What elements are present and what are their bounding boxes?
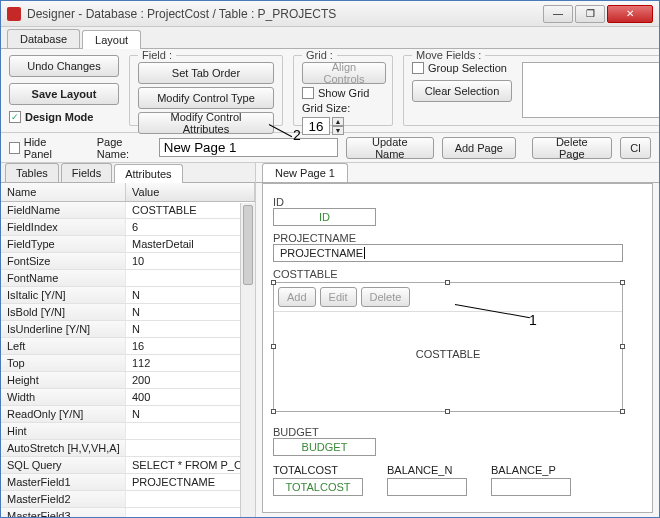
undo-changes-button[interactable]: Undo Changes	[9, 55, 119, 77]
balance-p-field[interactable]	[491, 478, 571, 496]
table-row[interactable]: FieldNameCOSTTABLE	[1, 202, 255, 219]
hide-panel-checkbox[interactable]: Hide Panel	[9, 136, 71, 160]
attr-value[interactable]: 200	[126, 372, 255, 388]
resize-handle[interactable]	[271, 409, 276, 414]
spin-down-icon[interactable]: ▼	[332, 126, 344, 135]
delete-page-button[interactable]: Delete Page	[532, 137, 612, 159]
table-row[interactable]: MasterField2	[1, 491, 255, 508]
costtable-edit-button[interactable]: Edit	[320, 287, 357, 307]
attr-name: MasterField1	[1, 474, 126, 490]
attr-value[interactable]: 400	[126, 389, 255, 405]
attr-value[interactable]: 16	[126, 338, 255, 354]
table-row[interactable]: IsUnderline [Y/N]N	[1, 321, 255, 338]
table-row[interactable]: SQL QuerySELECT * FROM P_CO	[1, 457, 255, 474]
tab-layout[interactable]: Layout	[82, 30, 141, 49]
grid-size-spinner[interactable]: ▲▼	[302, 117, 384, 135]
close-button[interactable]: ✕	[607, 5, 653, 23]
table-row[interactable]: Top112	[1, 355, 255, 372]
canvas-tab[interactable]: New Page 1	[262, 163, 348, 182]
attr-value[interactable]	[126, 508, 255, 518]
table-row[interactable]: AutoStretch [H,V,VH,A]	[1, 440, 255, 457]
attr-value[interactable]	[126, 270, 255, 286]
page-name-input[interactable]	[159, 138, 338, 157]
design-mode-checkbox[interactable]: ✓ Design Mode	[9, 111, 119, 123]
resize-handle[interactable]	[271, 344, 276, 349]
attr-value[interactable]: MasterDetail	[126, 236, 255, 252]
group-selection-checkbox[interactable]: Group Selection	[412, 62, 512, 74]
table-row[interactable]: FieldTypeMasterDetail	[1, 236, 255, 253]
attr-value[interactable]	[126, 491, 255, 507]
table-row[interactable]: Height200	[1, 372, 255, 389]
modify-control-attributes-button[interactable]: Modify Control Attributes	[138, 112, 274, 134]
tab-database[interactable]: Database	[7, 29, 80, 48]
attr-value[interactable]: SELECT * FROM P_CO	[126, 457, 255, 473]
table-row[interactable]: FontName	[1, 270, 255, 287]
attr-value[interactable]: COSTTABLE	[126, 202, 255, 218]
attr-value[interactable]: N	[126, 287, 255, 303]
cl-button[interactable]: Cl	[620, 137, 651, 159]
table-row[interactable]: FieldIndex6	[1, 219, 255, 236]
left-tabs: Tables Fields Attributes	[1, 163, 255, 183]
tab-tables[interactable]: Tables	[5, 163, 59, 182]
main-split: Tables Fields Attributes Name Value Fiel…	[1, 163, 659, 518]
costtable-control[interactable]: Add Edit Delete COSTTABLE	[273, 282, 623, 412]
design-canvas[interactable]: ID ID PROJECTNAME PROJECTNAME COSTTABLE …	[262, 183, 653, 513]
resize-handle[interactable]	[620, 280, 625, 285]
table-row[interactable]: Hint	[1, 423, 255, 440]
save-layout-button[interactable]: Save Layout	[9, 83, 119, 105]
canvas-tabs: New Page 1	[256, 163, 659, 183]
grid-size-input[interactable]	[302, 117, 330, 135]
clear-selection-button[interactable]: Clear Selection	[412, 80, 512, 102]
projectname-field[interactable]: PROJECTNAME	[273, 244, 623, 262]
scrollbar[interactable]	[240, 203, 255, 518]
window-buttons: — ❐ ✕	[543, 5, 653, 23]
resize-handle[interactable]	[445, 280, 450, 285]
attr-value[interactable]: 6	[126, 219, 255, 235]
table-row[interactable]: FontSize10	[1, 253, 255, 270]
balance-n-field[interactable]	[387, 478, 467, 496]
col-value[interactable]: Value	[126, 183, 255, 201]
id-field[interactable]: ID	[273, 208, 376, 226]
show-grid-checkbox[interactable]: Show Grid	[302, 87, 384, 99]
attr-name: Height	[1, 372, 126, 388]
attr-value[interactable]	[126, 423, 255, 439]
attr-value[interactable]: 10	[126, 253, 255, 269]
maximize-button[interactable]: ❐	[575, 5, 605, 23]
attr-value[interactable]: N	[126, 304, 255, 320]
table-row[interactable]: Width400	[1, 389, 255, 406]
grid-group: Grid : Align Controls Show Grid Grid Siz…	[293, 55, 393, 126]
minimize-button[interactable]: —	[543, 5, 573, 23]
attr-value[interactable]: PROJECTNAME	[126, 474, 255, 490]
attr-name: MasterField2	[1, 491, 126, 507]
col-name[interactable]: Name	[1, 183, 126, 201]
budget-field[interactable]: BUDGET	[273, 438, 376, 456]
costtable-add-button[interactable]: Add	[278, 287, 316, 307]
set-tab-order-button[interactable]: Set Tab Order	[138, 62, 274, 84]
attr-value[interactable]: 112	[126, 355, 255, 371]
tab-fields[interactable]: Fields	[61, 163, 112, 182]
tab-attributes[interactable]: Attributes	[114, 164, 182, 183]
table-row[interactable]: MasterField1PROJECTNAME	[1, 474, 255, 491]
page-name-label: Page Name:	[97, 136, 151, 160]
table-row[interactable]: MasterField3	[1, 508, 255, 518]
scroll-thumb[interactable]	[243, 205, 253, 285]
attr-value[interactable]: N	[126, 406, 255, 422]
spin-up-icon[interactable]: ▲	[332, 117, 344, 126]
update-name-button[interactable]: Update Name	[346, 137, 434, 159]
move-fields-listbox[interactable]	[522, 62, 660, 118]
resize-handle[interactable]	[445, 409, 450, 414]
table-row[interactable]: IsItalic [Y/N]N	[1, 287, 255, 304]
modify-control-type-button[interactable]: Modify Control Type	[138, 87, 274, 109]
resize-handle[interactable]	[620, 409, 625, 414]
costtable-delete-button[interactable]: Delete	[361, 287, 411, 307]
attr-value[interactable]: N	[126, 321, 255, 337]
align-controls-button[interactable]: Align Controls	[302, 62, 386, 84]
resize-handle[interactable]	[620, 344, 625, 349]
table-row[interactable]: Left16	[1, 338, 255, 355]
totalcost-field[interactable]: TOTALCOST	[273, 478, 363, 496]
add-page-button[interactable]: Add Page	[442, 137, 516, 159]
table-row[interactable]: IsBold [Y/N]N	[1, 304, 255, 321]
resize-handle[interactable]	[271, 280, 276, 285]
attr-value[interactable]	[126, 440, 255, 456]
table-row[interactable]: ReadOnly [Y/N]N	[1, 406, 255, 423]
